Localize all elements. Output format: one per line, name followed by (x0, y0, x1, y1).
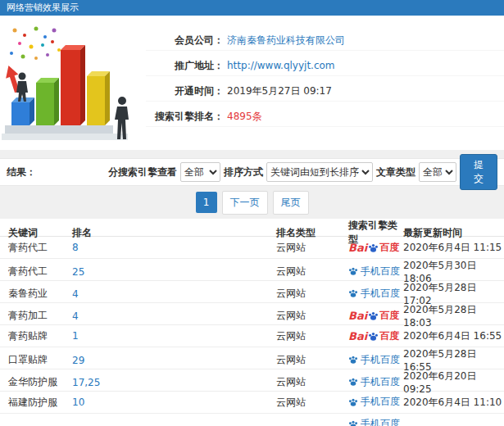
mobile-baidu-label: 手机百度 (361, 395, 400, 409)
result-label: 结果： (7, 165, 105, 179)
pagination: 1 下一页 尾页 (0, 186, 504, 219)
open-time-row: 开通时间： 2019年5月27日 09:17 (146, 83, 504, 102)
table-row: 福建防护服 10 云网站 手机百度 2020年6月4日 11:10 (0, 392, 504, 414)
rank-link[interactable]: 29 (72, 355, 276, 366)
filter-bar: 结果： 分搜索引擎查看 全部 排序方式 关键词由短到长排序 文章类型 全部 提交 (0, 158, 504, 186)
member-info-panel: 会员公司： 济南秦鲁药业科技有限公司 推广地址： http://www.qlyy… (0, 16, 504, 150)
sort-select[interactable]: 关键词由短到长排序 (266, 162, 373, 182)
mobile-baidu-paw-icon (348, 288, 358, 298)
table-body: 膏药代工 8 云网站 Bai 百度 2020年6月4日 11:15 膏药代工 2… (0, 237, 504, 426)
mobile-baidu-paw-icon (348, 377, 358, 387)
page-title: 网络营销效果展示 (7, 2, 79, 13)
rank-link[interactable]: 1 (72, 330, 276, 342)
rank-link[interactable]: 10 (72, 397, 276, 408)
mobile-baidu-paw-icon (348, 397, 358, 407)
engine-cell: Bai 百度 (348, 241, 403, 255)
engine-rank-label: 搜索引擎排名： (146, 108, 224, 125)
keyword-rank-table: 关键词 排名 排名类型 搜索引擎类型 最新更新时间 膏药代工 8 云网站 Bai… (0, 219, 504, 426)
engine-filter-select[interactable]: 全部 (180, 162, 220, 182)
rank-type-cell: 云网站 (276, 287, 348, 301)
baidu-logo-cn: 百度 (379, 329, 399, 343)
promo-url-link[interactable]: http://www.qlyyjt.com (227, 57, 335, 74)
mobile-baidu-badge: 手机百度 (348, 417, 400, 426)
engine-filter-label: 分搜索引擎查看 (108, 165, 177, 179)
article-type-select[interactable]: 全部 (419, 162, 456, 182)
title-bar: 网络营销效果展示 (0, 0, 504, 16)
rank-link[interactable]: 25 (72, 266, 276, 278)
rank-link[interactable]: 4 (72, 288, 276, 300)
header-rank-type: 排名类型 (276, 226, 348, 240)
mobile-baidu-badge: 手机百度 (348, 395, 400, 409)
engine-cell: 手机百度 (348, 287, 403, 301)
member-company-row: 会员公司： 济南秦鲁药业科技有限公司 (146, 32, 504, 51)
mobile-baidu-badge: 手机百度 (348, 265, 400, 279)
rank-type-cell: 云网站 (276, 396, 348, 410)
engine-rank-row: 搜索引擎排名： 4895条 (146, 108, 504, 127)
rank-type-cell: 云网站 (276, 353, 348, 367)
mobile-baidu-paw-icon (348, 419, 358, 426)
engine-cell: 手机百度 (348, 417, 403, 426)
rank-type-cell: 云网站 (276, 265, 348, 279)
mobile-baidu-label: 手机百度 (361, 375, 400, 389)
member-company-link[interactable]: 济南秦鲁药业科技有限公司 (227, 32, 345, 48)
open-time-label: 开通时间： (146, 83, 224, 99)
baidu-logo-latin: Bai (348, 310, 367, 322)
page-number-current[interactable]: 1 (196, 192, 217, 213)
baidu-paw-icon (368, 242, 379, 253)
keyword-cell: 福建防护服 (8, 396, 72, 410)
mobile-baidu-badge: 手机百度 (348, 287, 400, 301)
mobile-baidu-label: 手机百度 (361, 265, 400, 279)
rank-link[interactable]: 17,25 (72, 377, 276, 388)
baidu-logo-latin: Bai (348, 330, 367, 342)
table-row: 膏药代工 8 云网站 Bai 百度 2020年6月4日 11:15 (0, 237, 504, 259)
promo-url-label: 推广地址： (146, 57, 224, 74)
table-row: 口罩贴牌 29 云网站 手机百度 2020年5月28日 16:55 (0, 347, 504, 369)
header-keyword: 关键词 (8, 226, 72, 240)
article-type-label: 文章类型 (376, 165, 415, 179)
keyword-cell: 膏药代工 (8, 265, 72, 279)
engine-cell: 手机百度 (348, 395, 403, 410)
engine-rank-count: 4895条 (227, 108, 262, 125)
keyword-cell: 口罩贴牌 (8, 353, 72, 367)
rank-link[interactable]: 8 (72, 242, 276, 253)
table-row: 膏药贴牌 1 云网站 Bai 百度 2020年6月4日 16:55 (0, 325, 504, 347)
marketing-chart-clipart (0, 22, 146, 145)
header-rank: 排名 (72, 226, 276, 240)
engine-cell: 手机百度 (348, 265, 403, 279)
baidu-paw-icon (368, 310, 379, 321)
keyword-cell: 秦鲁药业 (8, 287, 72, 301)
baidu-logo-cn: 百度 (379, 241, 399, 255)
baidu-logo: Bai 百度 (348, 309, 399, 323)
table-row: 膏药加工 4 云网站 Bai 百度 2020年5月28日 18:03 (0, 303, 504, 325)
update-time-cell: 2020年6月4日 11:10 (403, 396, 504, 410)
rank-type-cell: 云网站 (276, 329, 348, 343)
baidu-logo: Bai 百度 (348, 329, 399, 343)
last-page-button[interactable]: 尾页 (273, 191, 309, 215)
submit-button[interactable]: 提交 (460, 154, 497, 190)
table-row: 金华防护服 17,25 云网站 手机百度 2020年6月20日 09:25 (0, 369, 504, 392)
mobile-baidu-paw-icon (348, 355, 358, 365)
baidu-logo-latin: Bai (348, 242, 367, 254)
rank-link[interactable]: 4 (72, 310, 276, 322)
member-info-fields: 会员公司： 济南秦鲁药业科技有限公司 推广地址： http://www.qlyy… (146, 22, 504, 145)
engine-cell: Bai 百度 (348, 329, 403, 343)
baidu-paw-icon (368, 331, 379, 342)
baidu-logo-cn: 百度 (379, 309, 399, 323)
table-row: 秦鲁药业 4 云网站 手机百度 2020年5月28日 17:02 (0, 281, 504, 303)
engine-cell: 手机百度 (348, 353, 403, 368)
header-update-time: 最新更新时间 (403, 226, 504, 240)
update-time-cell: 2020年5月28日 18:03 (403, 303, 504, 329)
table-row: 膏药代工 25 云网站 手机百度 2020年5月30日 18:06 (0, 259, 504, 281)
engine-cell: Bai 百度 (348, 309, 403, 323)
keyword-cell: 膏药代工 (8, 241, 72, 255)
rank-type-cell: 云网站 (276, 375, 348, 389)
mobile-baidu-paw-icon (348, 266, 358, 276)
baidu-logo: Bai 百度 (348, 241, 399, 255)
table-header-row: 关键词 排名 排名类型 搜索引擎类型 最新更新时间 (0, 219, 504, 237)
update-time-cell: 2020年6月20日 09:25 (403, 369, 504, 395)
rank-type-cell: 云网站 (276, 309, 348, 323)
keyword-cell: 膏药贴牌 (8, 329, 72, 343)
next-page-button[interactable]: 下一页 (222, 191, 268, 215)
bar-chart-illustration (0, 22, 146, 145)
member-company-label: 会员公司： (146, 32, 224, 48)
